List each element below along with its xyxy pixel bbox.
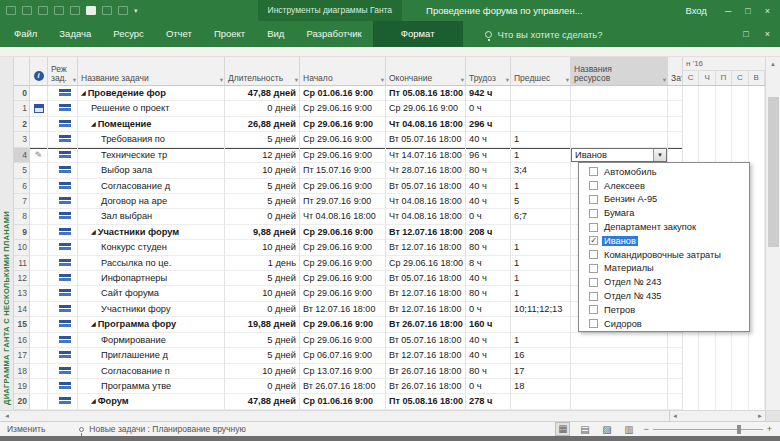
gantt-chart-icon[interactable] xyxy=(86,6,96,15)
row-number[interactable]: 6 xyxy=(14,179,30,194)
resource-option-Отдел № 435[interactable]: Отдел № 435 xyxy=(579,289,749,303)
print-icon[interactable] xyxy=(38,6,48,15)
resource-cell[interactable] xyxy=(571,364,668,379)
resource-option-Сидоров[interactable]: Сидоров xyxy=(579,317,749,331)
indicator-cell[interactable] xyxy=(30,286,48,301)
row-number[interactable]: 17 xyxy=(14,348,30,363)
task-mode-cell[interactable] xyxy=(48,333,78,348)
task-name-cell[interactable]: Выбор зала xyxy=(78,163,225,178)
ribbon-display-options-icon[interactable]: □ xyxy=(743,29,748,39)
task-name-cell[interactable]: ◢Помещение xyxy=(78,117,225,132)
task-mode-cell[interactable] xyxy=(48,256,78,271)
resource-sheet-view-icon[interactable]: ▥ xyxy=(621,424,636,435)
duration-cell[interactable]: 5 дней xyxy=(225,348,300,363)
resource-option-Материалы[interactable]: Материалы xyxy=(579,262,749,276)
resource-option-Отдел № 243[interactable]: Отдел № 243 xyxy=(579,275,749,289)
finish-cell[interactable]: Вт 12.07.16 18:00 xyxy=(386,240,466,255)
duration-cell[interactable]: 9,88 дней xyxy=(225,225,300,240)
filter-arrow-icon[interactable]: ▾ xyxy=(73,75,76,84)
partial-cell[interactable] xyxy=(668,86,683,101)
work-cell[interactable]: 296 ч xyxy=(466,117,511,132)
zoom-out-icon[interactable]: − xyxy=(643,424,648,434)
predecessors-cell[interactable]: 1 xyxy=(511,271,571,286)
task-usage-view-icon[interactable]: ▤ xyxy=(577,424,592,435)
indicator-cell[interactable] xyxy=(30,302,48,317)
partial-cell[interactable] xyxy=(668,117,683,132)
finish-cell[interactable]: Ср 29.06.16 9:00 xyxy=(386,101,466,116)
work-cell[interactable]: 40 ч xyxy=(466,179,511,194)
checkbox-icon[interactable] xyxy=(589,292,598,301)
resource-cell[interactable] xyxy=(571,117,668,132)
work-cell[interactable]: 80 ч xyxy=(466,163,511,178)
expand-triangle-icon[interactable]: ◢ xyxy=(91,317,96,331)
minimize-icon[interactable]: ─ xyxy=(725,6,731,16)
table-hscroll-track[interactable] xyxy=(14,411,669,421)
predecessors-cell[interactable]: 1 xyxy=(511,333,571,348)
finish-cell[interactable]: Вт 12.07.16 18:00 xyxy=(386,302,466,317)
predecessors-cell[interactable] xyxy=(511,117,571,132)
duration-cell[interactable]: 5 дней xyxy=(225,333,300,348)
finish-cell[interactable]: Вт 12.07.16 18:00 xyxy=(386,286,466,301)
header-resource-names[interactable]: Названия ресурсов ▾ xyxy=(571,57,668,85)
row-number[interactable]: 3 xyxy=(14,132,30,147)
task-name-cell[interactable]: Согласование д xyxy=(78,179,225,194)
vertical-scrollbar-thumb[interactable] xyxy=(768,97,779,247)
predecessors-cell[interactable]: 5 xyxy=(511,194,571,209)
work-cell[interactable]: 80 ч xyxy=(466,286,511,301)
task-mode-cell[interactable] xyxy=(48,132,78,147)
task-name-cell[interactable]: Требования по xyxy=(78,132,225,147)
predecessors-cell[interactable]: 6;7 xyxy=(511,209,571,224)
scroll-left-icon[interactable]: ◄ xyxy=(0,411,14,421)
predecessors-cell[interactable] xyxy=(511,394,571,409)
row-number[interactable]: 15 xyxy=(14,317,30,332)
resource-combo-editor[interactable]: Иванов▼ xyxy=(571,148,667,162)
scroll-right-icon[interactable]: ► xyxy=(757,411,763,421)
work-cell[interactable]: 80 ч xyxy=(466,364,511,379)
checkbox-icon[interactable] xyxy=(589,209,598,218)
start-cell[interactable]: Ср 29.06.16 9:00 xyxy=(300,286,386,301)
resource-option-Департамент закупок[interactable]: Департамент закупок xyxy=(579,220,749,234)
predecessors-cell[interactable] xyxy=(511,225,571,240)
combo-dropdown-arrow-icon[interactable]: ▼ xyxy=(653,149,666,161)
header-predecessors[interactable]: Предшес ▾ xyxy=(511,57,571,85)
customize-qat-arrow-icon[interactable]: ▾ xyxy=(134,7,138,15)
finish-cell[interactable]: Чт 14.07.16 18:00 xyxy=(386,148,466,163)
work-cell[interactable]: 40 ч xyxy=(466,271,511,286)
task-name-cell[interactable]: ◢Проведение фор xyxy=(78,86,225,101)
task-mode-cell[interactable] xyxy=(48,286,78,301)
tab-проект[interactable]: Проект xyxy=(203,21,256,47)
tell-me-box[interactable]: Что вы хотите сделать? xyxy=(485,29,603,40)
expand-triangle-icon[interactable]: ◢ xyxy=(91,225,96,239)
tab-задача[interactable]: Задача xyxy=(48,21,102,47)
collapse-ribbon-icon[interactable]: × xyxy=(765,29,770,39)
task-mode-cell[interactable] xyxy=(48,379,78,394)
close-icon[interactable]: × xyxy=(765,6,770,16)
row-number[interactable]: 5 xyxy=(14,163,30,178)
finish-cell[interactable]: Чт 28.07.16 18:00 xyxy=(386,163,466,178)
finish-cell[interactable]: Пт 05.08.16 18:00 xyxy=(386,86,466,101)
filter-arrow-icon[interactable]: ▾ xyxy=(295,75,298,84)
predecessors-cell[interactable]: 1 xyxy=(511,179,571,194)
duration-cell[interactable]: 47,88 дней xyxy=(225,394,300,409)
tab-файл[interactable]: Файл xyxy=(0,21,48,47)
task-name-cell[interactable]: Программа утве xyxy=(78,379,225,394)
tab-отчет[interactable]: Отчет xyxy=(155,21,203,47)
duration-cell[interactable]: 12 дней xyxy=(225,148,300,163)
finish-cell[interactable]: Пт 05.08.16 18:00 xyxy=(386,394,466,409)
indicator-cell[interactable] xyxy=(30,179,48,194)
resource-option-Петров[interactable]: Петров xyxy=(579,303,749,317)
duration-cell[interactable]: 10 дней xyxy=(225,286,300,301)
task-mode-cell[interactable] xyxy=(48,148,78,163)
scroll-up-icon[interactable]: ▲ xyxy=(766,57,780,71)
indicator-cell[interactable] xyxy=(30,209,48,224)
partial-cell[interactable] xyxy=(668,148,683,163)
expand-triangle-icon[interactable]: ◢ xyxy=(91,117,96,131)
row-number[interactable]: 12 xyxy=(14,271,30,286)
resource-cell[interactable] xyxy=(571,394,668,409)
header-task-mode[interactable]: Реж зад. ▾ xyxy=(48,57,78,85)
duration-cell[interactable]: 5 дней xyxy=(225,194,300,209)
duration-cell[interactable]: 10 дней xyxy=(225,364,300,379)
view-title-bar[interactable]: ДИАГРАММА ГАНТА С НЕСКОЛЬКИМИ ПЛАНАМИ xyxy=(0,57,14,410)
start-cell[interactable]: Ср 29.06.16 9:00 xyxy=(300,148,386,163)
expand-triangle-icon[interactable]: ◢ xyxy=(81,86,86,100)
